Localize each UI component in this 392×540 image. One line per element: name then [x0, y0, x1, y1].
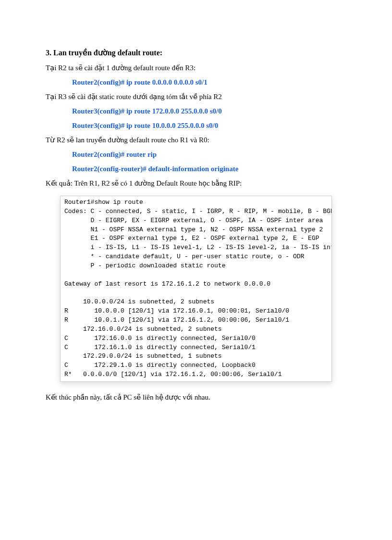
- section-heading: 3. Lan truyền đường default route:: [46, 48, 346, 57]
- command-2: Router3(config)# ip route 172.0.0.0 255.…: [72, 105, 346, 117]
- command-3: Router3(config)# ip route 10.0.0.0 255.0…: [72, 120, 346, 131]
- paragraph-1: Tại R2 ta sẽ cài đặt 1 đường default rou…: [46, 62, 346, 74]
- terminal-output: Router1#show ip route Codes: C - connect…: [60, 196, 332, 382]
- paragraph-2: Tại R3 sẽ cài đặt static route dưới dạng…: [46, 91, 346, 102]
- command-4: Router2(config)# router rip: [72, 149, 346, 160]
- paragraph-3: Từ R2 sẽ lan truyền đường default route …: [46, 134, 346, 146]
- paragraph-4: Kết quả: Trên R1, R2 sẽ có 1 đường Defau…: [46, 177, 346, 189]
- command-1: Router2(config)# ip route 0.0.0.0 0.0.0.…: [72, 76, 346, 88]
- paragraph-5: Kết thúc phần này, tất cả PC sẽ liên hệ …: [46, 391, 346, 403]
- command-5: Router2(config-router)# default-informat…: [72, 163, 346, 175]
